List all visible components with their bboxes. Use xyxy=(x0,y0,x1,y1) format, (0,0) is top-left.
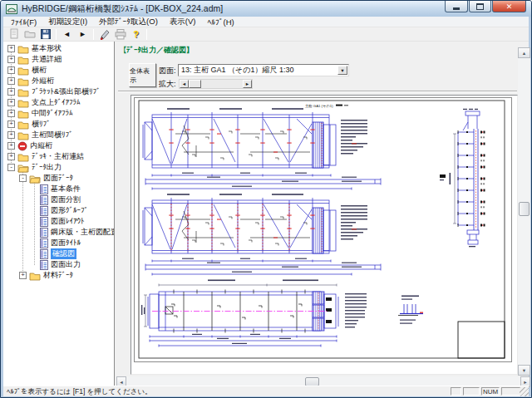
expand-box[interactable]: + xyxy=(7,110,15,117)
vertical-scrollbar-thumb[interactable] xyxy=(519,202,530,216)
close-button[interactable]: ✕ xyxy=(492,1,526,12)
expand-box[interactable]: + xyxy=(7,99,15,106)
tree-item-figure-group[interactable]: 図形ｸﾞﾙｰﾌﾟ xyxy=(3,205,114,216)
tree-item-lateral-rib[interactable]: +横ﾘﾌﾞ xyxy=(3,119,114,130)
tree-item-data-output[interactable]: -ﾃﾞｰﾀ出力 xyxy=(3,162,114,173)
zoom-decrease-arrow[interactable]: ◄ xyxy=(180,80,189,88)
document-icon xyxy=(40,260,48,270)
separator xyxy=(118,91,517,92)
scroll-down-arrow[interactable]: ▼ xyxy=(518,365,530,376)
scroll-up-arrow[interactable]: ▲ xyxy=(518,47,530,58)
open-folder-icon xyxy=(22,28,37,41)
menu-initial-settings[interactable]: 初期設定(I) xyxy=(42,17,93,27)
close-icon: ✕ xyxy=(506,2,513,11)
app-window: HyBRIDGE/鋼箱桁橋製図ｼｽﾃﾑ - [DK-BOX_224.adm] ✕… xyxy=(0,0,532,398)
expand-box[interactable]: + xyxy=(7,77,15,85)
document-icon xyxy=(40,206,48,216)
chevron-down-icon[interactable]: ▼ xyxy=(337,66,347,75)
next-page-icon[interactable]: ► xyxy=(75,28,91,41)
expand-box[interactable]: + xyxy=(7,142,15,150)
collapse-box[interactable]: - xyxy=(19,174,27,182)
tree-item-drawing-division[interactable]: 図面分割 xyxy=(3,194,114,205)
help-icon[interactable]: ? xyxy=(128,28,144,41)
menu-view[interactable]: 表示(V) xyxy=(164,17,202,27)
collapse-box[interactable]: - xyxy=(7,164,15,171)
menu-help[interactable]: ﾍﾙﾌﾟ(H) xyxy=(202,17,240,27)
tree-item-drawing-layout[interactable]: 図面ﾚｲｱｳﾄ xyxy=(3,216,114,227)
status-bar: ﾍﾙﾌﾟを表示するには [F1] を押してください。 NUM xyxy=(3,386,529,396)
folder-icon xyxy=(17,130,29,140)
minimize-button[interactable] xyxy=(445,1,468,12)
tree-item-basic-shape[interactable]: +基本形状 xyxy=(3,43,114,54)
folder-icon xyxy=(17,55,29,65)
tree-item-drawing-title[interactable]: 図面ﾀｲﾄﾙ xyxy=(3,238,114,248)
drawing-select[interactable]: 13: 主桁 GA1 （その1）縮尺 1:30 ▼ xyxy=(178,64,349,76)
save-icon[interactable] xyxy=(37,28,53,41)
expand-box[interactable]: + xyxy=(7,45,15,52)
app-icon xyxy=(6,3,17,15)
drawing-title-text: 主桁 GA1 (その1) xyxy=(305,104,333,108)
zoom-slider-thumb[interactable] xyxy=(189,80,201,88)
pen-edit-icon[interactable] xyxy=(96,28,112,41)
tree-item-support-diaphragm[interactable]: +支点上ﾀﾞｲｱﾌﾗﾑ xyxy=(3,97,114,108)
menu-external-data-import[interactable]: 外部ﾃﾞｰﾀ取込(O) xyxy=(93,17,164,27)
tree-item-cross-girder[interactable]: +横桁 xyxy=(3,65,114,76)
menu-file[interactable]: ﾌｧｲﾙ(F) xyxy=(5,17,42,27)
menu-bar: ﾌｧｲﾙ(F) 初期設定(I) 外部ﾃﾞｰﾀ取込(O) 表示(V) ﾍﾙﾌﾟ(H… xyxy=(3,17,529,27)
minimize-icon xyxy=(453,7,460,10)
zoom-label: 拡大: xyxy=(159,79,176,90)
toolbar: ◄ ► ? xyxy=(3,27,529,42)
expand-box[interactable]: + xyxy=(7,131,15,139)
folder-open-icon xyxy=(29,174,41,184)
zoom-slider[interactable]: ◄ ► xyxy=(179,79,253,89)
tree-item-bracket-rib[interactable]: +ﾌﾞﾗｹｯﾄ&張出部横ﾘﾌﾞ xyxy=(3,86,114,97)
maximize-button[interactable] xyxy=(469,1,491,12)
zoom-increase-arrow[interactable]: ► xyxy=(243,80,252,88)
tree-item-outer-stringer[interactable]: +外縦桁 xyxy=(3,76,114,86)
document-icon xyxy=(40,228,48,238)
tree-item-material-data[interactable]: +材料ﾃﾞｰﾀ xyxy=(3,270,114,281)
preview-panel: 【ﾃﾞｰﾀ出力／確認図】 全体表示 図面: 13: 主桁 GA1 （その1）縮尺… xyxy=(116,42,530,386)
drawing-label: 図面: xyxy=(159,66,176,76)
folder-open-icon xyxy=(17,163,29,173)
tree-item-basic-conditions[interactable]: 基本条件 xyxy=(3,184,114,194)
drawing-preview: 主桁 GA1 (その1) xyxy=(131,95,518,375)
toolbar-separator xyxy=(146,29,147,40)
vertical-scrollbar[interactable]: ▲ ▼ xyxy=(518,47,530,376)
folder-icon xyxy=(17,120,29,130)
panel-title: 【ﾃﾞｰﾀ出力／確認図】 xyxy=(119,45,194,56)
window-body: ﾌｧｲﾙ(F) 初期設定(I) 外部ﾃﾞｰﾀ取込(O) 表示(V) ﾍﾙﾌﾟ(H… xyxy=(3,17,529,396)
prev-page-icon[interactable]: ◄ xyxy=(59,28,75,41)
document-icon xyxy=(40,184,48,194)
folder-icon xyxy=(17,76,29,86)
tree-item-deck-girder-placement[interactable]: 鋼床版・主桁図配置 xyxy=(3,227,114,238)
drawing-paper: 主桁 GA1 (その1) xyxy=(134,97,512,363)
status-num-indicator: NUM xyxy=(481,387,500,396)
folder-icon xyxy=(17,44,29,54)
maximize-icon xyxy=(476,3,484,10)
tree-item-deck-connection[interactable]: +ﾃﾞｯｷ・主桁連結 xyxy=(3,151,114,162)
resize-grip[interactable] xyxy=(520,387,529,396)
document-icon xyxy=(40,195,48,205)
expand-box[interactable]: + xyxy=(7,66,15,74)
status-pane xyxy=(451,387,461,396)
tree-item-drawing-output[interactable]: 図面出力 xyxy=(3,259,114,270)
tree-item-inner-stringer[interactable]: +内縦桁 xyxy=(3,140,114,151)
full-view-button[interactable]: 全体表示 xyxy=(129,63,156,87)
expand-box[interactable]: + xyxy=(7,88,15,96)
folder-icon xyxy=(17,152,29,162)
folder-icon xyxy=(29,271,41,281)
toolbar-separator xyxy=(56,29,57,40)
title-bar: HyBRIDGE/鋼箱桁橋製図ｼｽﾃﾑ - [DK-BOX_224.adm] ✕ xyxy=(1,1,531,17)
client-area: +基本形状 +共通詳細 +横桁 +外縦桁 +ﾌﾞﾗｹｯﾄ&張出部横ﾘﾌﾞ +支点… xyxy=(3,42,529,386)
tree-item-intermediate-diaphragm[interactable]: +中間ﾀﾞｲｱﾌﾗﾑ xyxy=(3,108,114,119)
expand-box[interactable]: + xyxy=(7,153,15,160)
tree-item-drawing-data[interactable]: -図面ﾃﾞｰﾀ xyxy=(3,173,114,184)
folder-icon xyxy=(17,98,29,108)
expand-box[interactable]: + xyxy=(7,56,15,63)
tree-item-confirmation-drawing[interactable]: 確認図 xyxy=(3,248,114,259)
expand-box[interactable]: + xyxy=(7,120,15,128)
tree-item-common-details[interactable]: +共通詳細 xyxy=(3,54,114,65)
expand-box[interactable]: + xyxy=(19,272,27,279)
tree-item-girder-lateral-rib[interactable]: +主桁間横ﾘﾌﾞ xyxy=(3,130,114,140)
